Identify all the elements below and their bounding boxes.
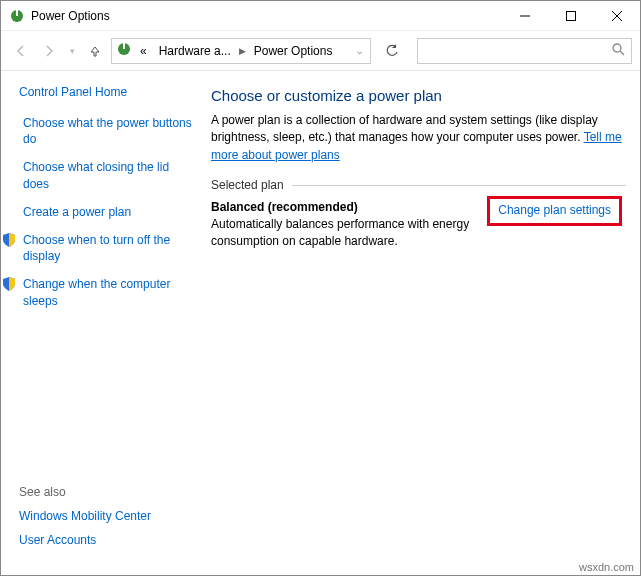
power-plan-row: Balanced (recommended) Automatically bal…: [211, 200, 626, 250]
search-icon[interactable]: [612, 43, 625, 59]
navigation-bar: ▾ « Hardware a... ▶ Power Options ⌵: [1, 31, 640, 71]
refresh-button[interactable]: [379, 38, 405, 64]
search-input[interactable]: [424, 43, 612, 59]
task-link[interactable]: Choose what closing the lid does: [23, 159, 193, 191]
see-also-user-accounts[interactable]: User Accounts: [19, 533, 151, 547]
breadcrumb-prev-chevron[interactable]: «: [136, 44, 151, 58]
close-button[interactable]: [594, 1, 640, 30]
back-button[interactable]: [9, 39, 33, 63]
page-description: A power plan is a collection of hardware…: [211, 112, 626, 164]
task-link[interactable]: Create a power plan: [23, 204, 131, 220]
content-body: Control Panel Home Choose what the power…: [1, 71, 640, 557]
forward-button[interactable]: [37, 39, 61, 63]
minimize-button[interactable]: [502, 1, 548, 30]
plan-description: Automatically balances performance with …: [211, 216, 531, 250]
task-computer-sleeps[interactable]: Change when the computer sleeps: [19, 276, 193, 308]
recent-locations-button[interactable]: ▾: [65, 39, 79, 63]
window-title: Power Options: [31, 9, 110, 23]
task-link[interactable]: Change when the computer sleeps: [23, 276, 193, 308]
search-box[interactable]: [417, 38, 632, 64]
see-also-title: See also: [19, 485, 151, 499]
breadcrumb-hardware[interactable]: Hardware a...: [155, 44, 235, 58]
chevron-right-icon: ▶: [239, 46, 246, 56]
svg-rect-7: [123, 43, 125, 49]
shield-icon: [1, 276, 17, 296]
control-panel-home-link[interactable]: Control Panel Home: [19, 85, 193, 99]
description-text: A power plan is a collection of hardware…: [211, 113, 598, 144]
power-options-icon: [116, 41, 132, 60]
task-closing-lid[interactable]: Choose what closing the lid does: [19, 159, 193, 191]
see-also-mobility-center[interactable]: Windows Mobility Center: [19, 509, 151, 523]
section-label: Selected plan: [211, 178, 284, 192]
watermark: wsxdn.com: [579, 561, 634, 573]
task-turn-off-display[interactable]: Choose when to turn off the display: [19, 232, 193, 264]
task-link[interactable]: Choose when to turn off the display: [23, 232, 193, 264]
window-controls: [502, 1, 640, 30]
up-button[interactable]: [83, 39, 107, 63]
task-create-plan[interactable]: Create a power plan: [19, 204, 193, 220]
titlebar: Power Options: [1, 1, 640, 31]
sidebar: Control Panel Home Choose what the power…: [1, 71, 201, 557]
breadcrumb-dropdown[interactable]: ⌵: [353, 46, 366, 56]
main-pane: Choose or customize a power plan A power…: [201, 71, 640, 557]
see-also: See also Windows Mobility Center User Ac…: [19, 485, 151, 547]
task-link[interactable]: Choose what the power buttons do: [23, 115, 193, 147]
svg-rect-3: [567, 11, 576, 20]
task-power-buttons[interactable]: Choose what the power buttons do: [19, 115, 193, 147]
page-heading: Choose or customize a power plan: [211, 87, 626, 104]
change-plan-settings-link[interactable]: Change plan settings: [498, 203, 611, 217]
breadcrumb-power-options[interactable]: Power Options: [250, 44, 337, 58]
divider: [292, 185, 626, 186]
maximize-button[interactable]: [548, 1, 594, 30]
power-options-icon: [9, 8, 25, 24]
section-selected-plan: Selected plan: [211, 178, 626, 192]
svg-rect-1: [16, 10, 18, 16]
change-plan-settings-highlight: Change plan settings: [487, 196, 622, 226]
shield-icon: [1, 232, 17, 252]
breadcrumb[interactable]: « Hardware a... ▶ Power Options ⌵: [111, 38, 371, 64]
svg-point-8: [613, 44, 621, 52]
svg-line-9: [620, 51, 624, 55]
